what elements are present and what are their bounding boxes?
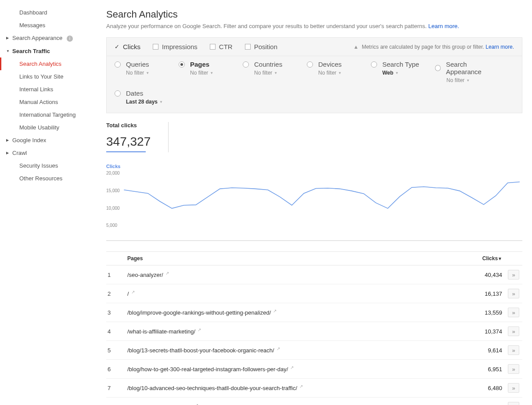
page-path-cell[interactable]: /blog/improve-google-rankings-without-ge… — [127, 308, 457, 316]
sidebar-group-search-traffic[interactable]: ▼ Search Traffic — [3, 45, 97, 57]
metric-option-position[interactable]: Position — [245, 43, 277, 50]
expand-row-button[interactable]: » — [508, 308, 519, 317]
sidebar-item-messages[interactable]: Messages — [3, 19, 97, 32]
expand-row-button[interactable]: » — [508, 270, 519, 280]
page-path-cell[interactable]: /blog/how-to-get-300-real-targeted-insta… — [127, 365, 457, 373]
external-link-icon[interactable]: ↗ — [131, 290, 135, 294]
dropdown-icon: ▼ — [274, 71, 277, 75]
sidebar-item-other-resources[interactable]: Other Resources — [3, 172, 97, 185]
row-number: 3 — [106, 309, 127, 316]
dimension-option-search-appearance[interactable]: Search AppearanceNo filter ▼ — [435, 61, 499, 83]
sidebar-item-dashboard[interactable]: Dashboard — [3, 6, 97, 19]
sidebar-item-links-to-site[interactable]: Links to Your Site — [3, 70, 97, 83]
row-number: 4 — [106, 328, 127, 335]
sidebar-item-internal-links[interactable]: Internal Links — [3, 83, 97, 96]
sidebar-group-search-traffic-label: Search Traffic — [12, 48, 50, 54]
checkbox-icon — [210, 44, 216, 50]
radio-icon — [115, 90, 121, 97]
main-content: Search Analytics Analyze your performanc… — [97, 0, 532, 405]
sidebar-group-google-index-label: Google Index — [12, 137, 46, 143]
sidebar-item-search-analytics[interactable]: Search Analytics — [0, 57, 97, 70]
clicks-cell: 6,297 — [457, 404, 505, 405]
page-path-cell[interactable]: /what-is-online-marketing/↗ — [127, 403, 457, 405]
dimension-filter-value[interactable]: No filter ▼ — [446, 77, 499, 83]
expand-row-button[interactable]: » — [508, 383, 519, 393]
clicks-cell: 10,374 — [457, 328, 505, 335]
row-number: 5 — [106, 347, 127, 354]
total-clicks-value: 347,327 — [106, 135, 151, 149]
column-header-clicks-label: Clicks — [482, 255, 498, 262]
sort-descending-icon: ▼ — [498, 256, 502, 261]
filter-panel: ✓ Clicks Impressions CTR Position — [106, 37, 522, 113]
dimension-filter-value[interactable]: Last 28 days ▼ — [126, 99, 179, 105]
metrics-note-text: Metrics are calculated by page for this … — [362, 44, 484, 50]
clicks-chart: 20,000 15,000 10,000 5,000 — [106, 171, 522, 241]
dimension-filter-value[interactable]: Web ▼ — [382, 70, 435, 76]
page-subtitle: Analyze your performance on Google Searc… — [106, 23, 522, 29]
expand-row-button[interactable]: » — [508, 364, 519, 374]
page-path-cell[interactable]: /seo-analyzer/↗ — [127, 271, 457, 278]
dimension-option-dates[interactable]: DatesLast 28 days ▼ — [115, 90, 179, 105]
chart-title: Clicks — [106, 164, 522, 169]
column-header-clicks[interactable]: Clicks▼ — [457, 255, 505, 262]
dimension-filter-value[interactable]: No filter ▼ — [254, 70, 307, 76]
expand-row-button[interactable]: » — [508, 326, 519, 336]
sidebar-group-search-appearance[interactable]: ▶ Search Appearance i — [3, 32, 97, 45]
metric-option-clicks-label: Clicks — [123, 43, 140, 50]
page-path-cell[interactable]: /blog/13-secrets-thatll-boost-your-faceb… — [127, 346, 457, 354]
metrics-learn-more-link[interactable]: Learn more. — [485, 44, 514, 50]
metric-option-clicks[interactable]: ✓ Clicks — [115, 43, 140, 50]
sidebar-item-mobile-usability[interactable]: Mobile Usability — [3, 121, 97, 134]
external-link-icon[interactable]: ↗ — [277, 346, 280, 351]
dropdown-icon: ▼ — [146, 71, 149, 75]
dimension-option-queries[interactable]: QueriesNo filter ▼ — [115, 61, 179, 83]
external-link-icon[interactable]: ↗ — [290, 365, 294, 370]
page-path-cell[interactable]: /what-is-affiliate-marketing/↗ — [127, 327, 457, 335]
radio-icon — [179, 61, 185, 68]
dimension-option-search-type[interactable]: Search TypeWeb ▼ — [371, 61, 435, 83]
clicks-cell: 6,480 — [457, 385, 505, 391]
dimension-label: Dates — [126, 90, 143, 97]
total-underline — [106, 151, 146, 152]
dimension-option-devices[interactable]: DevicesNo filter ▼ — [307, 61, 371, 83]
learn-more-link[interactable]: Learn more. — [428, 23, 459, 29]
page-path-cell[interactable]: /blog/10-advanced-seo-techniques-thatll-… — [127, 384, 457, 391]
sidebar-group-crawl[interactable]: ▶ Crawl — [3, 147, 97, 159]
metric-option-ctr[interactable]: CTR — [210, 43, 233, 50]
info-icon: i — [67, 36, 73, 42]
table-row: 4/what-is-affiliate-marketing/↗10,374» — [106, 322, 522, 341]
expand-row-button[interactable]: » — [508, 345, 519, 355]
clicks-cell: 40,434 — [457, 272, 505, 278]
column-header-pages[interactable]: Pages — [127, 255, 457, 262]
dimension-filter-value[interactable]: No filter ▼ — [190, 70, 243, 76]
radio-icon — [243, 61, 249, 68]
dimension-filter-value[interactable]: No filter ▼ — [126, 70, 179, 76]
sidebar-item-international-targeting[interactable]: International Targeting — [3, 108, 97, 121]
dimension-option-countries[interactable]: CountriesNo filter ▼ — [243, 61, 307, 83]
dimension-option-pages[interactable]: PagesNo filter ▼ — [179, 61, 243, 83]
external-link-icon[interactable]: ↗ — [273, 308, 277, 313]
ytick: 15,000 — [106, 188, 120, 193]
expand-row-button[interactable]: » — [508, 402, 519, 405]
expand-row-button[interactable]: » — [508, 289, 519, 298]
external-link-icon[interactable]: ↗ — [195, 403, 198, 405]
chevron-right-icon: ▶ — [6, 36, 9, 40]
radio-icon — [435, 65, 441, 71]
dimension-filter-value[interactable]: No filter ▼ — [318, 70, 371, 76]
chevron-right-icon: ▶ — [6, 151, 9, 155]
dimensions-row: QueriesNo filter ▼PagesNo filter ▼Countr… — [107, 56, 522, 113]
metric-option-position-label: Position — [254, 43, 277, 50]
sidebar-item-manual-actions[interactable]: Manual Actions — [3, 96, 97, 108]
sidebar-group-google-index[interactable]: ▶ Google Index — [3, 134, 97, 147]
pages-table: Pages Clicks▼ 1/seo-analyzer/↗40,434»2/↗… — [106, 251, 522, 405]
sidebar-item-security-issues[interactable]: Security Issues — [3, 159, 97, 172]
dropdown-icon: ▼ — [395, 71, 399, 75]
external-link-icon[interactable]: ↗ — [165, 271, 169, 276]
dimension-label: Search Appearance — [446, 61, 499, 75]
page-path-cell[interactable]: /↗ — [127, 290, 457, 297]
external-link-icon[interactable]: ↗ — [299, 384, 303, 389]
external-link-icon[interactable]: ↗ — [198, 327, 201, 332]
chevron-down-icon: ▼ — [6, 49, 10, 53]
metric-option-impressions[interactable]: Impressions — [153, 43, 198, 50]
table-row: 3/blog/improve-google-rankings-without-g… — [106, 303, 522, 322]
